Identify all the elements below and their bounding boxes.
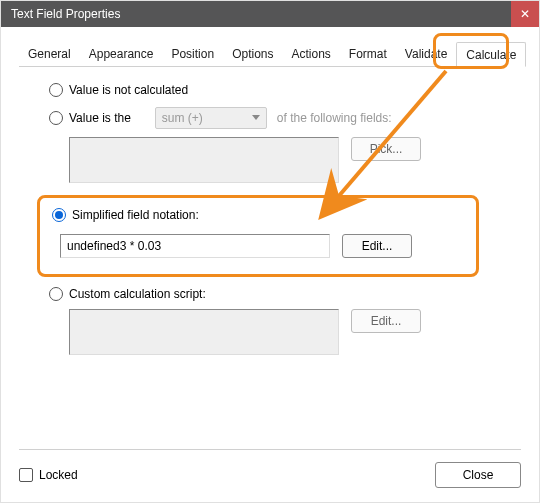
tab-appearance[interactable]: Appearance [80, 42, 163, 67]
operation-select-value: sum (+) [162, 111, 203, 125]
radio-not-calculated[interactable] [49, 83, 63, 97]
dialog-window: Text Field Properties ✕ General Appearan… [0, 0, 540, 503]
tab-options[interactable]: Options [223, 42, 282, 67]
script-edit-button: Edit... [351, 309, 421, 333]
fields-list-row: Pick... [69, 137, 511, 183]
label-value-is-suffix: of the following fields: [277, 111, 392, 125]
tab-validate[interactable]: Validate [396, 42, 456, 67]
calculate-panel: Value is not calculated Value is the sum… [19, 67, 521, 371]
operation-select: sum (+) [155, 107, 267, 129]
label-script: Custom calculation script: [69, 287, 206, 301]
locked-checkbox[interactable] [19, 468, 33, 482]
window-title: Text Field Properties [11, 7, 511, 21]
sfn-expression-box[interactable]: undefined3 * 0.03 [60, 234, 330, 258]
sfn-edit-button[interactable]: Edit... [342, 234, 412, 258]
option-sfn-row: Simplified field notation: [52, 208, 464, 222]
chevron-down-icon [252, 115, 260, 120]
tab-calculate[interactable]: Calculate [456, 42, 526, 67]
tab-general[interactable]: General [19, 42, 80, 67]
fields-list-box [69, 137, 339, 183]
option-script-row: Custom calculation script: [49, 287, 511, 301]
locked-label: Locked [39, 468, 78, 482]
tab-format[interactable]: Format [340, 42, 396, 67]
label-value-is-prefix: Value is the [69, 111, 131, 125]
close-icon[interactable]: ✕ [511, 1, 539, 27]
label-sfn: Simplified field notation: [72, 208, 199, 222]
pick-button: Pick... [351, 137, 421, 161]
tab-position[interactable]: Position [162, 42, 223, 67]
tab-bar: General Appearance Position Options Acti… [19, 41, 521, 67]
close-button[interactable]: Close [435, 462, 521, 488]
option-value-is-row: Value is the sum (+) of the following fi… [49, 107, 511, 129]
script-box [69, 309, 339, 355]
radio-value-is[interactable] [49, 111, 63, 125]
sfn-expr-row: undefined3 * 0.03 Edit... [60, 234, 464, 258]
option-not-calculated-row: Value is not calculated [49, 83, 511, 97]
radio-script[interactable] [49, 287, 63, 301]
dialog-content: General Appearance Position Options Acti… [1, 27, 539, 383]
annotation-highlight-sfn: Simplified field notation: undefined3 * … [37, 195, 479, 277]
script-row: Edit... [69, 309, 511, 355]
radio-sfn[interactable] [52, 208, 66, 222]
titlebar: Text Field Properties ✕ [1, 1, 539, 27]
locked-row: Locked [19, 468, 78, 482]
tab-actions[interactable]: Actions [282, 42, 339, 67]
dialog-footer: Locked Close [19, 449, 521, 488]
label-not-calculated: Value is not calculated [69, 83, 188, 97]
